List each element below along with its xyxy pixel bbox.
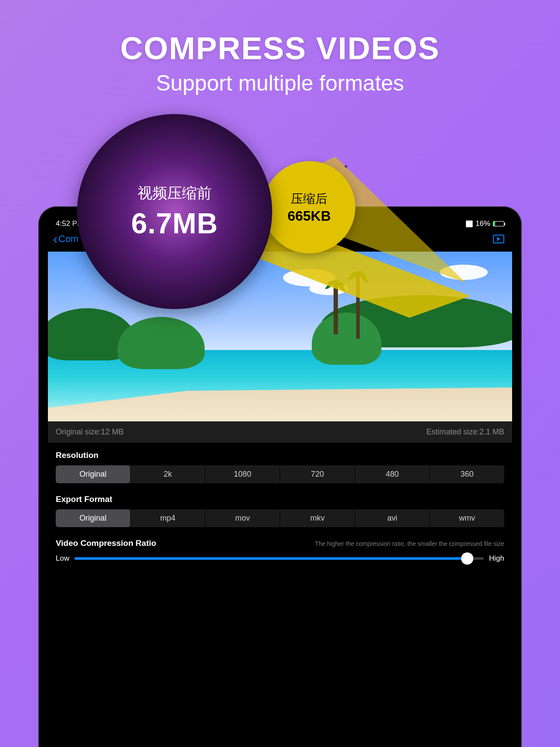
format-label: Export Format [56, 495, 504, 504]
back-button[interactable]: ‹ Com [53, 232, 78, 246]
ratio-slider[interactable] [74, 557, 484, 560]
after-value: 665KB [287, 208, 331, 224]
asterisk: * [344, 164, 347, 173]
seg-res-option[interactable]: Original [56, 465, 131, 483]
seg-fmt-option[interactable]: avi [355, 509, 430, 527]
format-section: Export Format Originalmp4movmkvaviwmv [48, 487, 512, 531]
size-info-row: Original size:12 MB Estimated size:2.1 M… [48, 421, 512, 443]
resolution-segmented: Original2k1080720480360 [56, 465, 504, 483]
seg-res-option[interactable]: 360 [430, 465, 504, 483]
before-value: 6.7MB [131, 207, 218, 240]
resolution-section: Resolution Original2k1080720480360 [48, 443, 512, 487]
resolution-label: Resolution [56, 451, 504, 460]
after-compression-badge: * 压缩后 665KB [263, 161, 355, 253]
marketing-subheadline: Support multiple formates [0, 71, 560, 96]
after-label: 压缩后 [291, 191, 327, 207]
before-compression-badge: 视频压缩前 6.7MB [77, 114, 272, 309]
wifi-icon [466, 219, 473, 228]
seg-fmt-option[interactable]: wmv [430, 509, 504, 527]
format-segmented: Originalmp4movmkvaviwmv [56, 509, 504, 527]
seg-res-option[interactable]: 720 [280, 465, 355, 483]
chevron-left-icon: ‹ [53, 232, 57, 246]
seg-res-option[interactable]: 480 [355, 465, 430, 483]
battery-percent: 16% [476, 219, 490, 228]
seg-res-option[interactable]: 2k [131, 465, 206, 483]
battery-icon [493, 221, 504, 226]
marketing-headline: COMPRESS VIDEOS [0, 0, 560, 66]
video-output-icon[interactable] [493, 235, 504, 243]
seg-fmt-option[interactable]: mp4 [131, 509, 206, 527]
seg-fmt-option[interactable]: mkv [280, 509, 355, 527]
ratio-hint: The higher the compression ratio, the sm… [315, 540, 504, 547]
ratio-header: Video Compression Ratio The higher the c… [48, 531, 512, 552]
tablet-frame: 4:52 PM T 16% ‹ Com [38, 206, 522, 747]
ratio-high-label: High [489, 554, 504, 563]
ratio-slider-row: Low High [48, 552, 512, 565]
slider-thumb[interactable] [461, 552, 473, 565]
estimated-size-label: Estimated size:2.1 MB [426, 427, 504, 437]
back-label: Com [58, 233, 78, 245]
screen: 4:52 PM T 16% ‹ Com [48, 216, 512, 747]
seg-res-option[interactable]: 1080 [206, 465, 280, 483]
original-size-label: Original size:12 MB [56, 427, 124, 437]
ratio-label: Video Compression Ratio [56, 538, 156, 548]
ratio-low-label: Low [56, 554, 69, 563]
before-label: 视频压缩前 [138, 183, 212, 203]
seg-fmt-option[interactable]: mov [206, 509, 280, 527]
seg-fmt-option[interactable]: Original [56, 509, 131, 527]
